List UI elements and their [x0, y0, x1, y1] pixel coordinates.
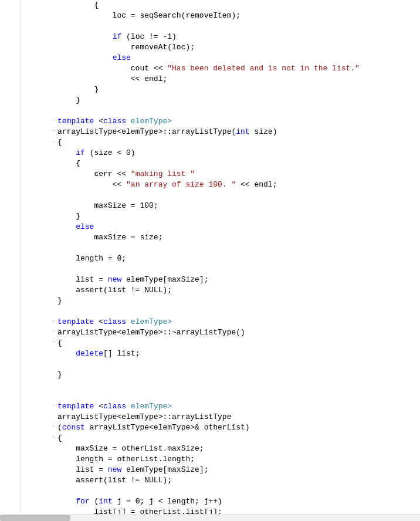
code-line: assert(list != NULL);	[32, 285, 420, 296]
fold-indicator[interactable]: ⁻	[49, 422, 57, 433]
code-tokens: arrayListType<elemType>::~arrayListType(…	[57, 327, 420, 338]
fold-indicator[interactable]: ⁻	[49, 401, 57, 412]
code-tokens: else	[57, 222, 420, 232]
code-tokens: << endl;	[57, 74, 420, 84]
code-tokens: (const arrayListType<elemType>& otherLis…	[57, 422, 420, 433]
code-line: removeAt(loc);	[32, 42, 420, 53]
code-line: if (size < 0)	[32, 148, 420, 158]
code-tokens: else	[57, 53, 420, 63]
code-line: }	[32, 95, 420, 106]
code-line: }	[32, 211, 420, 222]
code-line	[32, 106, 420, 116]
code-line: loc = seqSearch(removeItem);	[32, 11, 420, 21]
code-line: list = new elemType[maxSize];	[32, 275, 420, 285]
code-tokens: delete[] list;	[57, 349, 420, 359]
fold-indicator[interactable]: ⁻	[49, 127, 57, 137]
code-tokens: for (int j = 0; j < length; j++)	[57, 496, 420, 507]
code-line: length = 0;	[32, 253, 420, 264]
code-line: maxSize = 100;	[32, 201, 420, 211]
code-tokens: if (size < 0)	[57, 148, 420, 158]
code-line	[32, 264, 420, 275]
code-line	[32, 190, 420, 201]
code-tokens: }	[57, 370, 420, 380]
code-line: << endl;	[32, 74, 420, 84]
code-line: maxSize = otherList.maxSize;	[32, 444, 420, 454]
code-tokens: maxSize = size;	[57, 232, 420, 243]
code-line	[32, 306, 420, 317]
code-line: list = new elemType[maxSize];	[32, 465, 420, 475]
code-line: else	[32, 53, 420, 63]
code-line: ⁻template <class elemType>	[32, 401, 420, 412]
code-tokens: {	[57, 137, 420, 148]
code-tokens: removeAt(loc);	[57, 42, 420, 53]
code-tokens	[57, 264, 420, 275]
fold-indicator[interactable]: ⁻	[49, 116, 57, 127]
code-area[interactable]: { loc = seqSearch(removeItem); if (loc !…	[28, 0, 420, 521]
code-line	[32, 391, 420, 401]
code-line: ⁻arrayListType<elemType>::arrayListType(…	[32, 127, 420, 137]
scrollbar-thumb[interactable]	[0, 515, 70, 521]
code-tokens	[57, 106, 420, 116]
code-tokens: arrayListType<elemType>::arrayListType	[57, 412, 420, 422]
horizontal-scrollbar[interactable]	[0, 514, 420, 521]
code-tokens	[57, 391, 420, 401]
fold-indicator[interactable]: ⁻	[49, 137, 57, 148]
code-line: ⁻template <class elemType>	[32, 317, 420, 327]
code-line: ⁻{	[32, 137, 420, 148]
code-line: assert(list != NULL);	[32, 475, 420, 486]
code-line	[32, 21, 420, 32]
fold-gutter	[21, 0, 28, 521]
code-tokens: template <class elemType>	[57, 401, 420, 412]
code-tokens: length = otherList.length;	[57, 454, 420, 465]
code-line: ⁻{	[32, 338, 420, 349]
code-tokens: list = new elemType[maxSize];	[57, 465, 420, 475]
code-line: arrayListType<elemType>::arrayListType	[32, 412, 420, 422]
code-tokens: cout << "Has been deleted and is not in …	[57, 63, 420, 74]
code-tokens	[57, 306, 420, 317]
code-tokens	[57, 190, 420, 201]
fold-indicator[interactable]: ⁻	[49, 433, 57, 444]
code-line: length = otherList.length;	[32, 454, 420, 465]
code-line: maxSize = size;	[32, 232, 420, 243]
code-tokens	[57, 380, 420, 391]
editor-container: { loc = seqSearch(removeItem); if (loc !…	[0, 0, 420, 521]
code-line: ⁻template <class elemType>	[32, 116, 420, 127]
code-line: ⁻(const arrayListType<elemType>& otherLi…	[32, 422, 420, 433]
code-line: }	[32, 84, 420, 95]
code-tokens: assert(list != NULL);	[57, 475, 420, 486]
code-line	[32, 359, 420, 370]
code-line: cerr << "making list "	[32, 169, 420, 180]
code-tokens	[57, 21, 420, 32]
code-tokens: {	[57, 433, 420, 444]
code-tokens: {	[57, 338, 420, 349]
code-tokens: loc = seqSearch(removeItem);	[57, 11, 420, 21]
code-tokens: template <class elemType>	[57, 317, 420, 327]
code-line: }	[32, 370, 420, 380]
code-line: ⁻arrayListType<elemType>::~arrayListType…	[32, 327, 420, 338]
code-line: for (int j = 0; j < length; j++)	[32, 496, 420, 507]
code-line: delete[] list;	[32, 349, 420, 359]
code-tokens: list = new elemType[maxSize];	[57, 275, 420, 285]
code-tokens	[57, 359, 420, 370]
fold-indicator[interactable]: ⁻	[49, 327, 57, 338]
code-tokens: assert(list != NULL);	[57, 285, 420, 296]
code-tokens	[57, 486, 420, 496]
code-tokens: cerr << "making list "	[57, 169, 420, 180]
code-tokens: }	[57, 211, 420, 222]
fold-indicator[interactable]: ⁻	[49, 317, 57, 327]
code-tokens: }	[57, 95, 420, 106]
code-tokens: maxSize = otherList.maxSize;	[57, 444, 420, 454]
code-tokens: }	[57, 84, 420, 95]
code-tokens: if (loc != -1)	[57, 32, 420, 42]
code-line: ⁻{	[32, 433, 420, 444]
code-tokens: arrayListType<elemType>::arrayListType(i…	[57, 127, 420, 137]
code-line: cout << "Has been deleted and is not in …	[32, 63, 420, 74]
code-line: }	[32, 296, 420, 306]
code-line: {	[32, 158, 420, 169]
code-line: else	[32, 222, 420, 232]
fold-indicator[interactable]: ⁻	[49, 338, 57, 349]
code-tokens: }	[57, 296, 420, 306]
code-tokens: template <class elemType>	[57, 116, 420, 127]
code-line: {	[32, 0, 420, 11]
code-line: if (loc != -1)	[32, 32, 420, 42]
